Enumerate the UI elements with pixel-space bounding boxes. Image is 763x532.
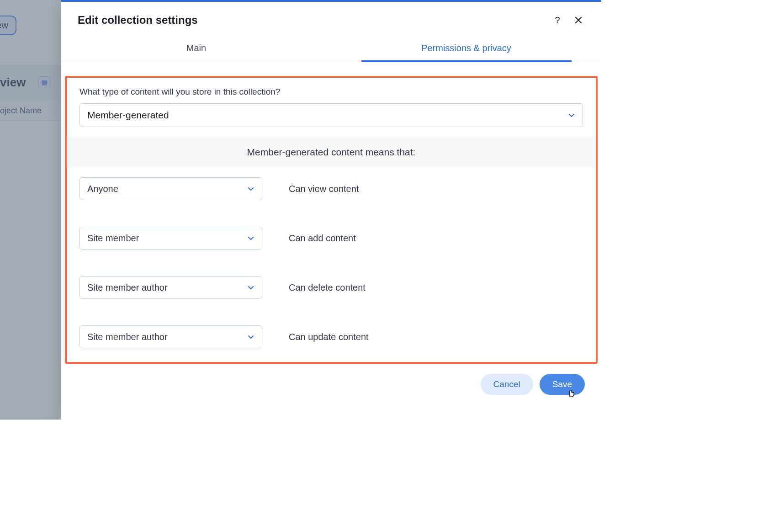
permission-row-add: Site member Can add content [79, 227, 583, 250]
permission-rows: Anyone Can view content Site member Can … [67, 166, 596, 348]
add-role-value: Site member [87, 233, 139, 244]
permission-row-update: Site member author Can update content [79, 325, 583, 348]
permission-row-delete: Site member author Can delete content [79, 276, 583, 299]
modal-titlebar: Edit collection settings ? [61, 2, 601, 27]
tab-main[interactable]: Main [61, 36, 331, 62]
view-role-select[interactable]: Anyone [79, 177, 262, 200]
permissions-panel-highlight: What type of content will you store in t… [65, 76, 598, 364]
update-role-select[interactable]: Site member author [79, 325, 262, 348]
cursor-hand-icon [567, 387, 577, 400]
delete-role-select[interactable]: Site member author [79, 276, 262, 299]
delete-role-value: Site member author [87, 282, 168, 293]
add-role-select[interactable]: Site member [79, 227, 262, 250]
chevron-down-icon [247, 284, 254, 291]
help-icon[interactable]: ? [551, 14, 564, 27]
modal-tabs: Main Permissions & privacy [61, 36, 601, 62]
content-type-label: What type of content will you store in t… [79, 87, 583, 97]
save-button-label: Save [552, 379, 572, 389]
update-role-desc: Can update content [289, 332, 369, 342]
update-role-value: Site member author [87, 332, 168, 342]
chevron-down-icon [247, 185, 254, 192]
close-icon[interactable] [572, 14, 585, 27]
content-type-select[interactable]: Member-generated [79, 103, 583, 127]
content-type-section: What type of content will you store in t… [67, 78, 596, 127]
save-button[interactable]: Save [540, 374, 585, 395]
delete-role-desc: Can delete content [289, 282, 366, 293]
edit-collection-modal: Edit collection settings ? Main Permissi… [61, 0, 601, 420]
chevron-down-icon [568, 112, 575, 119]
explain-bar: Member-generated content means that: [67, 138, 596, 166]
chevron-down-icon [247, 333, 254, 340]
content-type-selected-value: Member-generated [87, 110, 169, 121]
tab-permissions[interactable]: Permissions & privacy [331, 36, 601, 62]
add-role-desc: Can add content [289, 233, 356, 244]
permission-row-view: Anyone Can view content [79, 177, 583, 200]
modal-title: Edit collection settings [78, 14, 198, 27]
chevron-down-icon [247, 234, 254, 242]
view-role-desc: Can view content [289, 184, 359, 194]
view-role-value: Anyone [87, 184, 118, 194]
modal-footer: Cancel Save [61, 364, 601, 395]
cancel-button[interactable]: Cancel [481, 374, 533, 395]
